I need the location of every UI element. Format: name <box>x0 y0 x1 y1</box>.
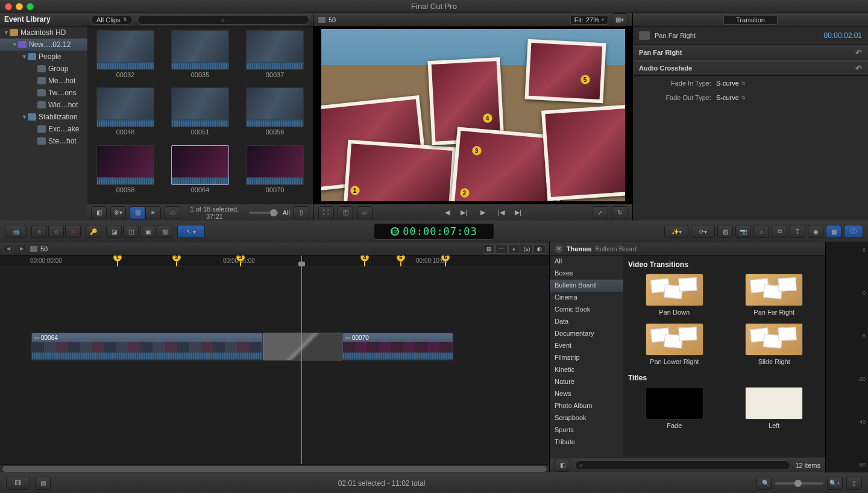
timeline-marker[interactable]: 2 <box>172 256 181 266</box>
theme-category[interactable]: Event <box>550 340 623 352</box>
hide-browser-button[interactable]: ◧ <box>91 206 107 219</box>
timeline-scrollbar[interactable] <box>0 464 549 473</box>
tree-item[interactable]: Wid…hot <box>0 99 87 111</box>
solo-toggle[interactable]: ◐ <box>533 244 546 254</box>
hide-themes-button[interactable]: ◧ <box>555 459 570 472</box>
transitions-browser-button[interactable]: ⧉ <box>772 225 787 238</box>
close-window-icon[interactable] <box>5 3 12 10</box>
tree-item[interactable]: ▼People <box>0 51 87 63</box>
gear-menu-button[interactable]: ⚙▾ <box>110 206 126 219</box>
list-view-button[interactable]: ≡ <box>145 206 161 219</box>
theme-item[interactable]: Slide Right <box>728 323 821 365</box>
clip-thumbnail[interactable]: 00035 <box>166 30 234 85</box>
inspector-toggle-button[interactable]: ⓘ <box>844 225 863 238</box>
reject-button[interactable]: ✕ <box>65 225 81 238</box>
tree-item[interactable]: Ste…hot <box>0 135 87 147</box>
reset-icon[interactable]: ↶ <box>855 64 862 73</box>
titles-browser-button[interactable]: T <box>790 225 805 238</box>
dashboard-timecode[interactable]: 100 00:00:07:03 <box>374 223 494 240</box>
browser-search-input[interactable]: ⌕ <box>137 15 309 25</box>
clip-thumbnail[interactable]: 00032 <box>91 30 160 85</box>
theme-items-grid[interactable]: Video TransitionsPan DownPan Far RightPa… <box>623 256 825 457</box>
viewer-marker[interactable]: 1 <box>350 186 360 195</box>
fade-out-dropdown[interactable]: S-curve ⇅ <box>716 94 746 101</box>
tree-item[interactable]: Tw…ons <box>0 87 87 99</box>
event-tree[interactable]: ▼Macintosh HD▼New….02.12▼PeopleGroupMe…h… <box>0 27 87 221</box>
tree-item[interactable]: Group <box>0 63 87 75</box>
close-icon[interactable]: ✕ <box>555 245 563 253</box>
clip-thumbnail[interactable]: 00056 <box>241 87 309 142</box>
unrate-button[interactable]: ☆ <box>48 225 64 238</box>
tree-item[interactable]: ▼Macintosh HD <box>0 27 87 39</box>
viewer-marker[interactable]: 2 <box>460 188 470 198</box>
prev-frame-button[interactable]: |◀ <box>494 207 509 218</box>
minimize-window-icon[interactable] <box>16 3 23 10</box>
browser-zoom-slider[interactable] <box>249 212 279 214</box>
theme-category[interactable]: Sports <box>550 424 623 436</box>
theme-item[interactable]: Pan Down <box>628 274 721 316</box>
playhead[interactable] <box>301 256 302 464</box>
show-list-button[interactable]: ▤ <box>35 477 51 490</box>
reset-icon[interactable]: ↶ <box>855 48 862 57</box>
viewer-display-options-button[interactable]: ▦▾ <box>612 13 627 27</box>
skimming-toggle[interactable]: ▸ <box>508 244 520 254</box>
tree-item[interactable]: Me…hot <box>0 75 87 87</box>
favorite-button[interactable]: ★ <box>31 225 47 238</box>
clip-grid[interactable]: 0003200035000370004800051000560005800064… <box>87 27 313 204</box>
themes-browser-button[interactable]: ▦ <box>826 225 841 238</box>
timeline-marker[interactable]: 6 <box>441 256 450 266</box>
timeline-clip[interactable]: ▭00064 <box>31 333 263 360</box>
theme-category[interactable]: All <box>550 256 623 268</box>
theme-category[interactable]: Filmstrip <box>550 352 623 364</box>
tree-item[interactable]: Exc…ake <box>0 123 87 135</box>
clip-filter-dropdown[interactable]: All Clips ⇅ <box>91 15 133 25</box>
theme-category[interactable]: Bulletin Board <box>550 280 623 292</box>
loop-button[interactable]: ↻ <box>612 206 627 219</box>
inspector-duration[interactable]: 00:00:02:01 <box>824 31 862 40</box>
auto-enhance-button[interactable]: ✨▾ <box>664 225 688 238</box>
viewer-marker[interactable]: 5 <box>580 75 590 84</box>
timeline-zoom-slider[interactable] <box>775 482 823 485</box>
camera-browser-button[interactable]: 📷 <box>735 225 751 238</box>
pointer-tool-button[interactable]: ↖ ▾ <box>177 225 205 238</box>
next-frame-button[interactable]: ▶| <box>511 207 526 218</box>
clip-height-button[interactable]: ▯ <box>846 477 862 490</box>
snapping-toggle[interactable]: (s) <box>521 244 533 254</box>
theme-category[interactable]: Data <box>550 316 623 328</box>
theme-category[interactable]: Boxes <box>550 268 623 280</box>
theme-item[interactable]: Pan Lower Right <box>628 323 721 365</box>
filmstrip-view-button[interactable]: ▤ <box>130 206 145 219</box>
connect-button[interactable]: ◪ <box>106 225 122 238</box>
theme-category[interactable]: Kinetic <box>550 364 623 376</box>
timeline-forward-button[interactable]: ▶ <box>17 245 27 253</box>
clip-thumbnail[interactable]: 00048 <box>91 87 160 142</box>
theme-category-list[interactable]: AllBoxesBulletin BoardCinemaComic BookDa… <box>550 256 623 457</box>
zoom-window-icon[interactable] <box>27 3 34 10</box>
timeline-clip[interactable]: ▭00070 <box>342 333 453 360</box>
clip-thumbnail[interactable]: 00051 <box>166 87 234 142</box>
music-browser-button[interactable]: ♪ <box>753 225 769 238</box>
theme-category[interactable]: Cinema <box>550 292 623 304</box>
timeline-marker[interactable]: 3 <box>236 256 245 266</box>
clip-thumbnail[interactable]: 00070 <box>241 145 309 200</box>
clip-appearance-toggle[interactable]: ▤ <box>483 244 495 254</box>
tree-item[interactable]: ▼New….02.12 <box>0 39 87 51</box>
theme-category[interactable]: Documentary <box>550 328 623 340</box>
distort-tool-button[interactable]: ▱ <box>357 206 373 219</box>
crop-tool-button[interactable]: ◰ <box>338 206 353 219</box>
keyword-button[interactable]: 🔑 <box>86 225 101 238</box>
timeline-transition[interactable] <box>263 333 342 360</box>
viewer-canvas[interactable]: 12345 <box>313 27 632 204</box>
clip-thumbnail[interactable]: 00037 <box>241 30 309 85</box>
zoom-out-button[interactable]: −🔍 <box>756 477 772 490</box>
fade-in-dropdown[interactable]: S-curve ⇅ <box>716 80 746 87</box>
overwrite-button[interactable]: ▨ <box>157 225 172 238</box>
clip-thumbnail[interactable]: 00058 <box>91 145 160 200</box>
timeline-index-button[interactable]: 🎞 <box>6 477 30 490</box>
theme-item[interactable]: Pan Far Right <box>728 274 821 316</box>
theme-category[interactable]: Comic Book <box>550 304 623 316</box>
transform-tool-button[interactable]: ⛶ <box>318 206 334 219</box>
inspector-tab-transition[interactable]: Transition <box>723 15 778 25</box>
play-forward-button[interactable]: ▶| <box>457 207 471 218</box>
timeline-marker[interactable]: 1 <box>113 256 122 266</box>
